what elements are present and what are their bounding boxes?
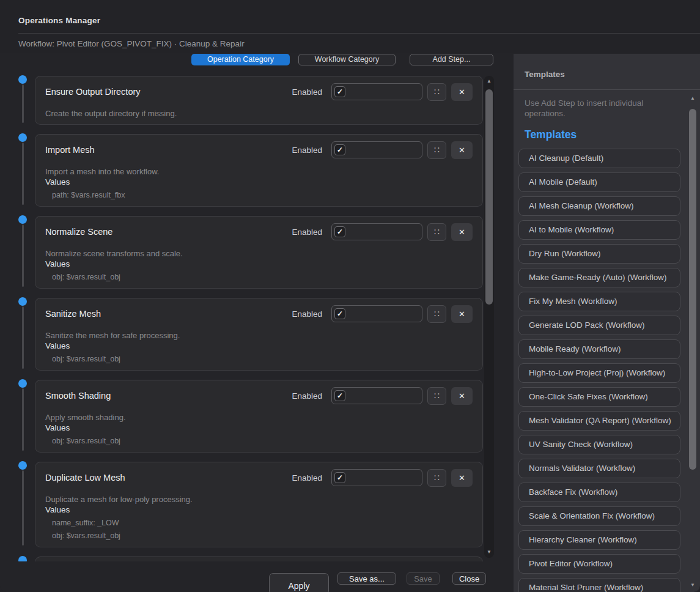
template-button[interactable]: AI Cleanup (Default) <box>518 149 680 168</box>
add-step-button[interactable]: Add Step... <box>410 54 493 65</box>
checkbox-check-icon: ✓ <box>337 146 343 154</box>
apply-button[interactable]: Apply <box>269 573 329 592</box>
workflow-subtitle: Workflow: Pivot Editor (GOS_PIVOT_FIX) ·… <box>18 39 245 48</box>
drag-handle-button[interactable]: ∷ <box>427 469 446 487</box>
template-button[interactable]: UV Sanity Check (Workflow) <box>518 435 680 454</box>
template-button[interactable]: Generate LOD Pack (Workflow) <box>518 316 680 335</box>
enabled-field[interactable]: ✓ <box>331 141 422 158</box>
drag-handle-button[interactable]: ∷ <box>427 387 446 405</box>
enabled-label: Enabled <box>292 228 322 237</box>
remove-step-button[interactable]: ✕ <box>451 223 473 241</box>
close-icon: ✕ <box>459 146 465 155</box>
scroll-up-icon[interactable]: ▲ <box>484 78 494 84</box>
sidebar-scrollbar[interactable]: ▲ ▼ <box>689 95 696 588</box>
value-line: obj: $vars.result_obj <box>52 531 473 541</box>
sidebar-scroll-area: Use Add Step to insert individual operat… <box>514 90 700 592</box>
operation-category-button[interactable]: Operation Category <box>191 54 290 65</box>
template-button[interactable]: Mesh Validator (QA Report) (Workflow) <box>518 411 680 431</box>
operation-step: Duplicate Low Mesh Enabled ✓ ∷ ✕ Duplica… <box>0 462 496 547</box>
drag-handle-button[interactable]: ∷ <box>427 141 446 159</box>
template-button[interactable]: Normals Validator (Workflow) <box>518 459 680 478</box>
template-button[interactable]: One-Click Safe Fixes (Workflow) <box>518 387 680 407</box>
value-line: obj: $vars.result_obj <box>52 273 473 282</box>
window-header: Operations Manager Workflow: Pivot Edito… <box>0 0 700 53</box>
workflow-category-button[interactable]: Workflow Category <box>298 54 396 65</box>
operation-card: Smooth Shading Enabled ✓ ∷ ✕ <box>35 557 483 561</box>
enabled-checkbox[interactable]: ✓ <box>334 390 345 401</box>
enabled-field[interactable]: ✓ <box>331 469 422 486</box>
enabled-field[interactable]: ✓ <box>331 223 422 240</box>
scroll-down-icon[interactable]: ▼ <box>689 582 696 588</box>
enabled-checkbox[interactable]: ✓ <box>334 144 345 155</box>
timeline-dot-icon <box>18 556 27 561</box>
templates-sidebar: Templates Use Add Step to insert individ… <box>514 54 700 592</box>
template-button[interactable]: Dry Run (Workflow) <box>518 244 680 264</box>
sidebar-scrollbar-thumb[interactable] <box>689 109 696 470</box>
enabled-field[interactable]: ✓ <box>331 387 422 404</box>
operation-description: Import a mesh into the workflow. <box>45 167 473 176</box>
scroll-down-icon[interactable]: ▼ <box>484 549 494 555</box>
operations-scrollbar[interactable]: ▲ ▼ <box>484 76 494 558</box>
operation-card: Import Mesh Enabled ✓ ∷ ✕ Import a mesh … <box>35 134 483 207</box>
drag-handle-icon: ∷ <box>434 309 440 319</box>
operation-step: Import Mesh Enabled ✓ ∷ ✕ Import a mesh … <box>0 134 496 207</box>
enabled-checkbox[interactable]: ✓ <box>334 226 345 237</box>
remove-step-button[interactable]: ✕ <box>451 305 473 323</box>
template-button[interactable]: High-to-Low Project (Proj) (Workflow) <box>518 363 680 383</box>
operation-description: Create the output directory if missing. <box>45 109 473 118</box>
operation-step: Normalize Scene Enabled ✓ ∷ ✕ Normalize … <box>0 216 496 289</box>
template-button[interactable]: Fix My Mesh (Workflow) <box>518 292 680 311</box>
template-button[interactable]: Hierarchy Cleaner (Workflow) <box>518 530 680 550</box>
window-title: Operations Manager <box>18 16 100 25</box>
template-button[interactable]: Make Game-Ready (Auto) (Workflow) <box>518 268 680 287</box>
template-button[interactable]: Backface Fix (Workflow) <box>518 483 680 502</box>
operation-description: Normalize scene transforms and scale. <box>45 249 473 258</box>
operation-description: Sanitize the mesh for safe processing. <box>45 331 473 340</box>
operation-step: Smooth Shading Enabled ✓ ∷ ✕ <box>0 557 496 561</box>
template-button[interactable]: Material Slot Pruner (Workflow) <box>518 578 680 592</box>
value-line: name_suffix: _LOW <box>52 519 473 528</box>
template-button[interactable]: AI Mesh Cleanup (Workflow) <box>518 196 680 216</box>
template-button[interactable]: Scale & Orientation Fix (Workflow) <box>518 506 680 526</box>
sidebar-title: Templates <box>525 70 565 79</box>
remove-step-button[interactable]: ✕ <box>451 83 473 101</box>
checkbox-check-icon: ✓ <box>337 474 343 481</box>
operations-manager-window: Operations Manager Workflow: Pivot Edito… <box>0 0 700 592</box>
values-label: Values <box>45 259 473 269</box>
remove-step-button[interactable]: ✕ <box>451 387 473 405</box>
operation-description: Apply smooth shading. <box>45 413 473 422</box>
drag-handle-icon: ∷ <box>434 227 440 237</box>
timeline-dot-icon <box>18 297 27 306</box>
operation-title: Duplicate Low Mesh <box>45 473 292 483</box>
values-label: Values <box>45 423 473 433</box>
save-button[interactable]: Save <box>407 572 440 585</box>
save-as-button[interactable]: Save as... <box>337 572 396 585</box>
drag-handle-button[interactable]: ∷ <box>427 223 446 241</box>
close-button[interactable]: Close <box>452 572 486 585</box>
drag-handle-button[interactable]: ∷ <box>427 305 446 323</box>
operations-scrollbar-thumb[interactable] <box>485 89 493 305</box>
template-button[interactable]: Mobile Ready (Workflow) <box>518 339 680 359</box>
drag-handle-button[interactable]: ∷ <box>427 83 446 101</box>
template-button[interactable]: AI Mobile (Default) <box>518 172 680 192</box>
enabled-checkbox[interactable]: ✓ <box>334 472 345 483</box>
enabled-field[interactable]: ✓ <box>331 305 422 322</box>
enabled-checkbox[interactable]: ✓ <box>334 308 345 319</box>
scroll-up-icon[interactable]: ▲ <box>689 95 696 102</box>
drag-handle-icon: ∷ <box>434 473 440 483</box>
remove-step-button[interactable]: ✕ <box>451 469 473 487</box>
template-button[interactable]: AI to Mobile (Workflow) <box>518 220 680 240</box>
enabled-field[interactable]: ✓ <box>331 83 422 100</box>
operation-step: Smooth Shading Enabled ✓ ∷ ✕ Apply smoot… <box>0 380 496 453</box>
drag-handle-icon: ∷ <box>434 391 440 401</box>
remove-step-button[interactable]: ✕ <box>451 141 473 159</box>
operation-card: Ensure Output Directory Enabled ✓ ∷ ✕ Cr… <box>35 76 483 125</box>
close-icon: ✕ <box>459 309 465 319</box>
values-label: Values <box>45 177 473 187</box>
operation-description: Duplicate a mesh for low-poly processing… <box>45 495 473 504</box>
template-button[interactable]: Pivot Editor (Workflow) <box>518 554 680 574</box>
operation-card-header: Smooth Shading Enabled ✓ ∷ ✕ <box>45 387 473 404</box>
operation-card-header: Duplicate Low Mesh Enabled ✓ ∷ ✕ <box>45 469 473 486</box>
timeline-dot-icon <box>18 461 27 470</box>
enabled-checkbox[interactable]: ✓ <box>334 86 345 97</box>
